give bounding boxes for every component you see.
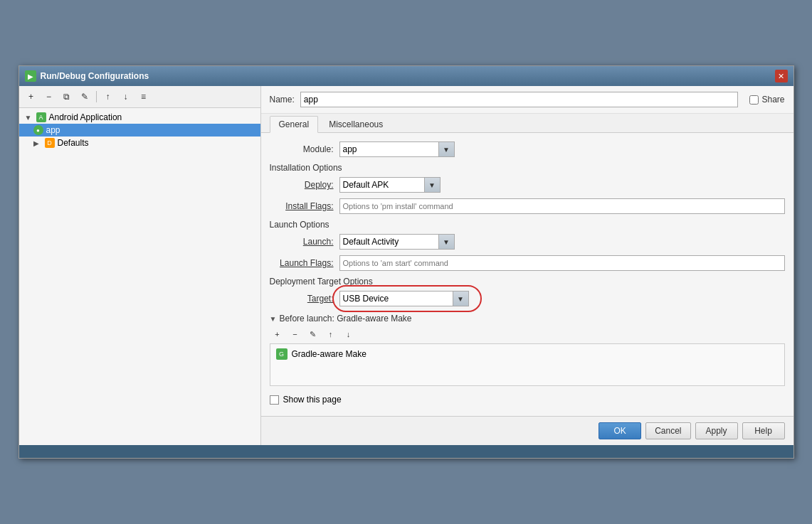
- deploy-dropdown[interactable]: Default APK: [339, 177, 425, 193]
- launch-flags-input[interactable]: [339, 255, 785, 271]
- help-button[interactable]: Help: [742, 422, 785, 439]
- bl-gradle-item[interactable]: G Gradle-aware Make: [273, 347, 781, 361]
- deploy-dropdown-container: Default APK ▼: [339, 177, 441, 193]
- before-launch-collapse[interactable]: ▼: [270, 315, 277, 323]
- window-title: Run/Debug Configurations: [41, 71, 149, 81]
- deploy-dropdown-btn[interactable]: ▼: [425, 177, 441, 193]
- tree-android-application[interactable]: ▼ A Android Application: [19, 111, 260, 124]
- config-tree: ▼ A Android Application ● app ▶ D Defaul…: [19, 108, 260, 445]
- sort-button[interactable]: ≡: [136, 89, 152, 105]
- tab-miscellaneous[interactable]: Miscellaneous: [320, 116, 392, 132]
- toolbar-separator: [96, 91, 97, 102]
- share-label: Share: [761, 95, 784, 105]
- module-dropdown-container: app ▼: [339, 141, 455, 157]
- status-bar: [19, 445, 793, 458]
- run-debug-icon: ▶: [25, 70, 36, 82]
- apply-button[interactable]: Apply: [695, 422, 738, 439]
- bl-edit-button[interactable]: ✎: [305, 328, 321, 341]
- bl-add-button[interactable]: +: [270, 328, 285, 341]
- tree-arrow-android: ▼: [25, 114, 33, 122]
- tree-arrow-defaults: ▶: [33, 139, 42, 147]
- bl-up-button[interactable]: ↑: [323, 328, 339, 341]
- app-icon: ●: [33, 125, 43, 135]
- module-row: Module: app ▼: [270, 141, 785, 157]
- target-highlight: USB Device ▼: [339, 291, 469, 306]
- before-launch-title: Before launch: Gradle-aware Make: [279, 314, 411, 324]
- launch-dropdown-btn[interactable]: ▼: [439, 234, 455, 250]
- launch-options-label: Launch Options: [270, 220, 785, 230]
- move-up-button[interactable]: ↑: [100, 89, 116, 105]
- move-down-button[interactable]: ↓: [118, 89, 134, 105]
- deploy-label: Deploy:: [270, 180, 334, 190]
- before-launch-toolbar: + − ✎ ↑ ↓: [270, 328, 785, 341]
- gradle-icon: G: [276, 348, 288, 360]
- content-area: Module: app ▼ Installation Options Deplo…: [261, 133, 793, 416]
- left-panel: + − ⧉ ✎ ↑ ↓ ≡ ▼ A Android Application ●: [19, 86, 261, 445]
- installation-options-label: Installation Options: [270, 163, 785, 173]
- before-launch-section: ▼ Before launch: Gradle-aware Make + − ✎…: [270, 314, 785, 386]
- target-dropdown-container: USB Device ▼: [339, 291, 469, 306]
- remove-config-button[interactable]: −: [41, 89, 57, 105]
- close-button[interactable]: ✕: [775, 70, 788, 82]
- show-page-label: Show this page: [283, 395, 342, 405]
- defaults-icon: D: [45, 138, 55, 148]
- bl-remove-button[interactable]: −: [288, 328, 303, 341]
- target-dropdown[interactable]: USB Device: [339, 291, 453, 306]
- before-launch-list: G Gradle-aware Make: [270, 343, 785, 386]
- share-checkbox[interactable]: [749, 95, 759, 105]
- ok-button[interactable]: OK: [599, 422, 641, 439]
- module-dropdown[interactable]: app: [339, 141, 439, 157]
- tab-general[interactable]: General: [270, 116, 319, 133]
- edit-config-button[interactable]: ✎: [77, 89, 93, 105]
- android-icon: A: [36, 112, 46, 122]
- deployment-target-label: Deployment Target Options: [270, 277, 785, 287]
- module-label: Module:: [270, 144, 334, 154]
- title-bar: ▶ Run/Debug Configurations ✕: [19, 66, 793, 86]
- target-dropdown-btn[interactable]: ▼: [453, 291, 469, 306]
- app-label: app: [46, 125, 60, 135]
- install-flags-label: Install Flags:: [270, 201, 334, 211]
- launch-row: Launch: Default Activity ▼: [270, 234, 785, 250]
- gradle-item-label: Gradle-aware Make: [292, 349, 367, 359]
- tabs-row: General Miscellaneous: [261, 114, 793, 133]
- before-launch-header: ▼ Before launch: Gradle-aware Make: [270, 314, 785, 324]
- launch-flags-label: Launch Flags:: [270, 258, 334, 268]
- module-dropdown-btn[interactable]: ▼: [439, 141, 455, 157]
- config-toolbar: + − ⧉ ✎ ↑ ↓ ≡: [19, 86, 260, 108]
- copy-config-button[interactable]: ⧉: [59, 89, 75, 105]
- launch-dropdown-container: Default Activity ▼: [339, 234, 455, 250]
- dialog-window: ▶ Run/Debug Configurations ✕ + − ⧉ ✎ ↑ ↓…: [19, 65, 794, 459]
- name-row: Name: Share: [261, 86, 793, 114]
- target-label: Target:: [270, 294, 334, 304]
- tree-defaults-item[interactable]: ▶ D Defaults: [19, 137, 260, 149]
- name-label: Name:: [270, 95, 295, 105]
- launch-flags-row: Launch Flags:: [270, 255, 785, 271]
- show-page-row: Show this page: [270, 392, 785, 407]
- cancel-button[interactable]: Cancel: [645, 422, 690, 439]
- defaults-label: Defaults: [58, 138, 89, 148]
- show-page-checkbox[interactable]: [270, 395, 279, 405]
- install-flags-input[interactable]: [339, 198, 785, 214]
- bl-down-button[interactable]: ↓: [341, 328, 357, 341]
- title-bar-left: ▶ Run/Debug Configurations: [25, 70, 149, 82]
- launch-label: Launch:: [270, 237, 334, 247]
- android-application-label: Android Application: [49, 112, 122, 122]
- deploy-row: Deploy: Default APK ▼: [270, 177, 785, 193]
- tree-app-item[interactable]: ● app: [19, 124, 260, 137]
- right-panel: Name: Share General Miscellaneous Module…: [261, 86, 793, 445]
- target-row: Target: USB Device ▼: [270, 291, 785, 306]
- share-area: Share: [749, 95, 784, 105]
- add-config-button[interactable]: +: [23, 89, 39, 105]
- launch-dropdown[interactable]: Default Activity: [339, 234, 439, 250]
- dialog-body: + − ⧉ ✎ ↑ ↓ ≡ ▼ A Android Application ●: [19, 86, 793, 445]
- name-input[interactable]: [300, 92, 739, 107]
- bottom-bar: OK Cancel Apply Help: [261, 416, 793, 445]
- install-flags-row: Install Flags:: [270, 198, 785, 214]
